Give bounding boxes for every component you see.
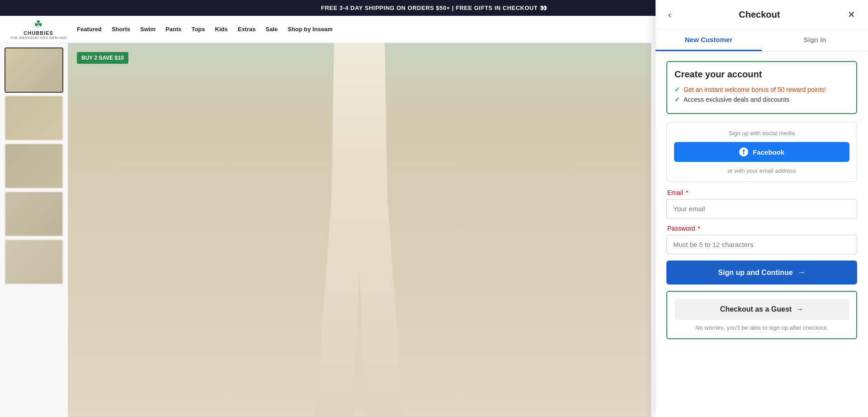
thumbnail-list	[0, 43, 68, 417]
banner-text: FREE 3-4 DAY SHIPPING ON ORDERS $50+ | F…	[321, 5, 547, 11]
guest-label: Checkout as a Guest	[720, 305, 792, 313]
facebook-button[interactable]: f Facebook	[674, 142, 849, 162]
nav-pants[interactable]: Pants	[165, 26, 181, 33]
logo-icon: ☘	[34, 19, 43, 30]
signup-label: Sign up and Continue	[718, 269, 793, 277]
thumbnail-5[interactable]	[5, 239, 63, 284]
create-account-box: Create your account ✓ Get an instant wel…	[666, 61, 857, 114]
thumbnail-image-2	[5, 96, 62, 140]
checkout-title: Checkout	[675, 9, 844, 20]
social-section: Sign up with social media f Facebook or …	[666, 122, 857, 182]
facebook-letter: f	[743, 148, 745, 156]
nav-shorts[interactable]: Shorts	[112, 26, 130, 33]
nav-kids[interactable]: Kids	[215, 26, 228, 33]
facebook-icon: f	[739, 147, 748, 156]
checkout-header: ‹ Checkout ✕	[656, 0, 868, 29]
signup-arrow-icon: →	[797, 268, 806, 277]
benefit-2-text: Access exclusive deals and discounts	[684, 96, 789, 103]
promo-badge: BUY 2 SAVE $10	[77, 52, 128, 64]
logo[interactable]: ☘ chubbies THE WEEKEND HAS ARRIVED	[9, 18, 68, 41]
or-divider: or with your email address	[674, 167, 849, 174]
benefit-2: ✓ Access exclusive deals and discounts	[675, 96, 849, 103]
tab-sign-in[interactable]: Sign In	[762, 29, 868, 51]
social-label: Sign up with social media	[674, 130, 849, 137]
password-input[interactable]	[666, 235, 857, 254]
nav-tops[interactable]: Tops	[191, 26, 205, 33]
checkout-back-button[interactable]: ‹	[665, 8, 675, 22]
thumbnail-4[interactable]	[5, 191, 63, 237]
email-input[interactable]	[666, 199, 857, 218]
thumbnail-image-1	[5, 48, 62, 92]
tab-new-customer[interactable]: New Customer	[656, 29, 762, 51]
thumbnail-1[interactable]	[5, 47, 63, 93]
benefit-1-text: Get an instant welcome bonus of 50 rewar…	[684, 86, 826, 93]
nav-featured[interactable]: Featured	[77, 26, 102, 33]
checkout-close-button[interactable]: ✕	[844, 7, 859, 22]
nav-extras[interactable]: Extras	[238, 26, 256, 33]
benefit-1: ✓ Get an instant welcome bonus of 50 rew…	[675, 86, 849, 93]
create-account-title: Create your account	[675, 69, 849, 80]
guest-note: No worries, you'll be able to sign up af…	[675, 324, 849, 331]
close-icon: ✕	[848, 9, 855, 19]
checkout-overlay: ‹ Checkout ✕ New Customer Sign In Create…	[656, 0, 868, 417]
nav-shop-by-inseam[interactable]: Shop by Inseam	[288, 26, 333, 33]
main-product-image: BUY 2 SAVE $10	[68, 43, 651, 417]
thumbnail-image-5	[5, 240, 62, 284]
thumbnail-3[interactable]	[5, 143, 63, 189]
benefit-1-check: ✓	[675, 86, 680, 93]
thumbnail-image-3	[5, 144, 62, 188]
password-label: Password *	[666, 225, 857, 232]
signup-button[interactable]: Sign up and Continue →	[666, 261, 857, 284]
email-label: Email *	[666, 189, 857, 196]
checkout-body: Create your account ✓ Get an instant wel…	[656, 52, 868, 417]
back-icon: ‹	[668, 9, 671, 19]
guest-arrow-icon: →	[796, 305, 803, 313]
nav-swim[interactable]: Swim	[140, 26, 156, 33]
guest-checkout-box: Checkout as a Guest → No worries, you'll…	[666, 291, 857, 339]
benefit-2-check: ✓	[675, 96, 680, 103]
logo-text: chubbies	[24, 30, 53, 36]
thumbnail-image-4	[5, 192, 62, 236]
logo-tagline: THE WEEKEND HAS ARRIVED	[10, 36, 67, 40]
facebook-label: Facebook	[753, 148, 784, 156]
checkout-tabs: New Customer Sign In	[656, 29, 868, 52]
guest-checkout-button[interactable]: Checkout as a Guest →	[675, 299, 849, 320]
thumbnail-2[interactable]	[5, 95, 63, 141]
nav-sale[interactable]: Sale	[265, 26, 278, 33]
